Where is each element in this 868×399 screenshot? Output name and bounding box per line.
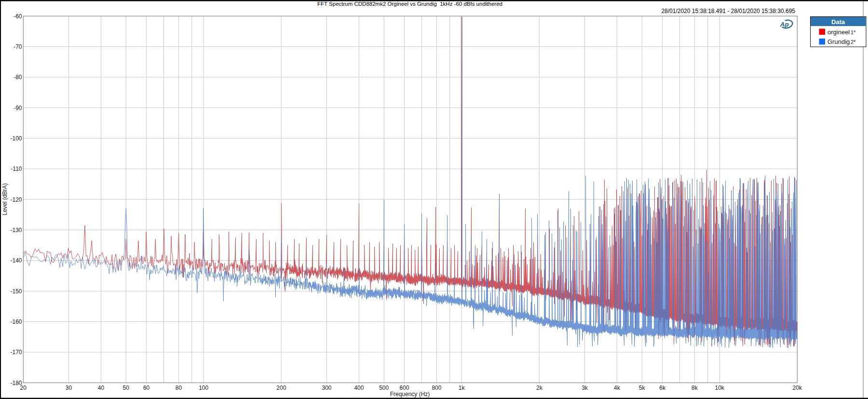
svg-text:4k: 4k	[614, 385, 621, 391]
svg-text:3k: 3k	[582, 385, 588, 391]
svg-text:-170: -170	[10, 349, 22, 356]
svg-text:20: 20	[20, 385, 27, 391]
svg-text:600: 600	[400, 385, 409, 391]
svg-text:Frequency (Hz): Frequency (Hz)	[390, 391, 430, 398]
svg-text:Grundig: Grundig	[827, 38, 850, 45]
svg-text:5k: 5k	[639, 385, 646, 391]
svg-text:80: 80	[176, 385, 182, 391]
svg-text:60: 60	[143, 385, 150, 391]
svg-text:-90: -90	[14, 105, 22, 111]
svg-text:-150: -150	[10, 288, 22, 295]
svg-text:1k: 1k	[459, 385, 465, 391]
svg-text:-80: -80	[14, 74, 22, 81]
svg-text:FFT Spectrum CDD882mk2 Orginee: FFT Spectrum CDD882mk2 Orgineel vs Grund…	[317, 1, 502, 7]
svg-text:500: 500	[379, 385, 389, 391]
svg-text:8k: 8k	[692, 385, 698, 391]
svg-text:10k: 10k	[715, 385, 725, 391]
svg-text:-120: -120	[10, 196, 22, 203]
svg-text:200: 200	[276, 385, 286, 391]
svg-text:300: 300	[322, 385, 331, 391]
svg-text:orgineel: orgineel	[827, 28, 850, 36]
svg-text:-160: -160	[10, 318, 22, 325]
svg-text:-70: -70	[14, 43, 22, 50]
svg-text:800: 800	[432, 385, 441, 391]
svg-text:20k: 20k	[793, 385, 802, 391]
svg-text:50: 50	[123, 385, 130, 391]
svg-text:1*: 1*	[851, 29, 856, 35]
svg-text:-140: -140	[10, 257, 22, 264]
svg-text:30: 30	[66, 385, 72, 391]
svg-text:400: 400	[354, 385, 364, 391]
svg-text:100: 100	[199, 385, 208, 391]
svg-text:-100: -100	[10, 135, 22, 142]
svg-text:Level (dBrA): Level (dBrA)	[1, 183, 8, 216]
svg-text:Data: Data	[831, 18, 845, 26]
svg-text:6k: 6k	[659, 385, 666, 391]
svg-text:28/01/2020 15:38:18.491 - 28/0: 28/01/2020 15:38:18.491 - 28/01/2020 15:…	[661, 8, 795, 14]
svg-text:2*: 2*	[851, 39, 856, 45]
svg-text:Ap: Ap	[780, 21, 789, 28]
svg-text:-130: -130	[10, 227, 22, 234]
svg-text:-110: -110	[11, 165, 22, 172]
svg-text:2k: 2k	[536, 385, 543, 391]
svg-text:-60: -60	[14, 13, 22, 20]
svg-text:40: 40	[98, 385, 105, 391]
